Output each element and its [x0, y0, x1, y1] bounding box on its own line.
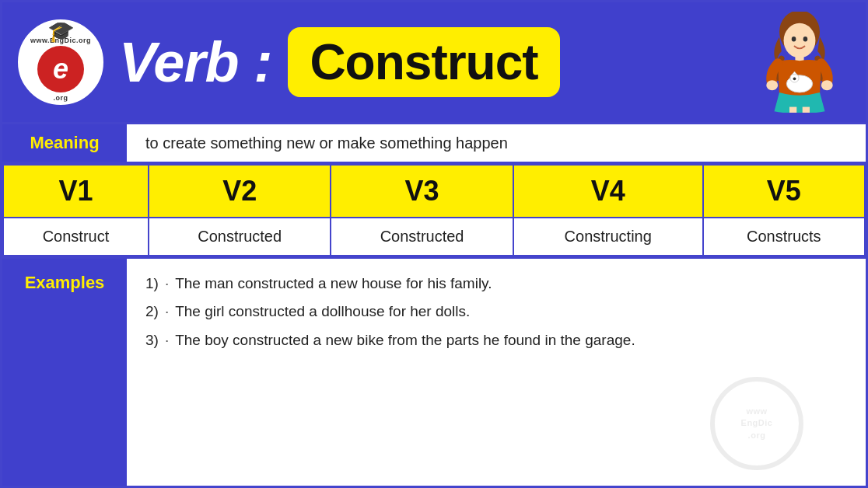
val-v3: Constructed: [331, 218, 513, 256]
examples-row: Examples 1) · The man constructed a new …: [2, 256, 866, 486]
example-2: The girl constructed a dollhouse for her…: [175, 299, 470, 324]
header: 🎓 www.EngDic.org e .org Verb : Construct: [2, 2, 866, 122]
val-v1: Construct: [3, 218, 149, 256]
col-v4: V4: [513, 165, 703, 218]
header-title: Verb : Construct: [119, 27, 733, 97]
col-v3: V3: [331, 165, 513, 218]
table-values-row: Construct Constructed Constructed Constr…: [3, 218, 865, 256]
meaning-label: Meaning: [2, 124, 127, 162]
list-item: 1) · The man constructed a new house for…: [145, 271, 635, 296]
val-v2: Constructed: [149, 218, 331, 256]
list-item: 3) · The boy constructed a new bike from…: [145, 328, 635, 353]
colon: :: [254, 30, 272, 94]
list-item: 2) · The girl constructed a dollhouse fo…: [145, 299, 635, 324]
table-header-row: V1 V2 V3 V4 V5: [3, 165, 865, 218]
logo-e: e: [53, 53, 68, 85]
svg-point-6: [821, 80, 833, 90]
svg-rect-12: [803, 107, 810, 113]
word-badge: Construct: [288, 27, 559, 97]
examples-list: 1) · The man constructed a new house for…: [127, 259, 654, 368]
val-v4: Constructing: [513, 218, 703, 256]
example-1: The man constructed a new house for his …: [175, 271, 492, 296]
meaning-text: to create something new or make somethin…: [127, 127, 527, 160]
character-illustration: [749, 12, 850, 113]
verb-table: V1 V2 V3 V4 V5 Construct Constructed Con…: [2, 164, 866, 256]
col-v1: V1: [3, 165, 149, 218]
val-v5: Constructs: [703, 218, 865, 256]
meaning-row: Meaning to create something new or make …: [2, 122, 866, 164]
example-3: The boy constructed a new bike from the …: [175, 328, 635, 353]
word-text: Construct: [310, 33, 537, 91]
graduation-cap-icon: 🎓: [47, 19, 75, 44]
logo: 🎓 www.EngDic.org e .org: [18, 19, 103, 105]
examples-label: Examples: [2, 259, 127, 486]
svg-point-5: [766, 80, 778, 90]
svg-point-2: [792, 37, 796, 42]
svg-point-10: [793, 78, 796, 81]
verb-label: Verb: [119, 30, 238, 94]
col-v2: V2: [149, 165, 331, 218]
svg-point-1: [784, 23, 816, 58]
watermark: wwwEngDic.org: [710, 377, 803, 470]
svg-point-3: [803, 37, 808, 42]
character-svg: [753, 12, 846, 113]
main-card: 🎓 www.EngDic.org e .org Verb : Construct: [0, 0, 868, 488]
col-v5: V5: [703, 165, 865, 218]
watermark-circle: wwwEngDic.org: [710, 377, 803, 470]
logo-text-bottom: .org: [54, 94, 68, 102]
svg-rect-11: [789, 107, 796, 113]
